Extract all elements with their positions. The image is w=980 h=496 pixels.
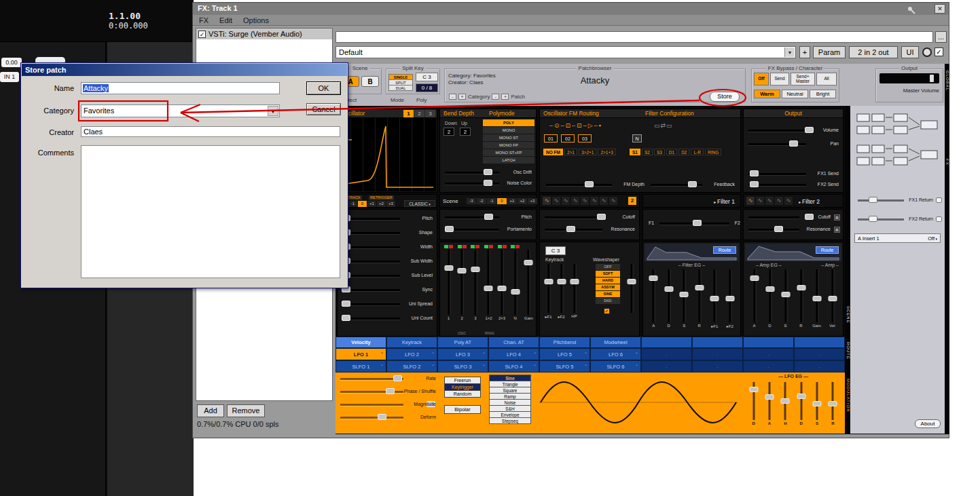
fm-noise-box[interactable]: N bbox=[632, 134, 642, 142]
slider-track[interactable] bbox=[769, 269, 771, 322]
filter2-r-button[interactable]: R bbox=[834, 227, 840, 233]
slider-handle[interactable] bbox=[749, 387, 758, 392]
split-key-value[interactable]: C 3 bbox=[416, 73, 438, 81]
mod-source-cell[interactable]: Poly AT bbox=[437, 337, 488, 348]
vslider[interactable] bbox=[709, 269, 721, 322]
cancel-button[interactable]: Cancel bbox=[306, 103, 341, 115]
eg-slider[interactable]: D bbox=[795, 382, 807, 425]
slider-track[interactable] bbox=[342, 218, 400, 220]
eg-slider[interactable]: D bbox=[764, 269, 776, 328]
vslider[interactable] bbox=[678, 269, 690, 322]
param-slider[interactable]: Uni Spread bbox=[339, 299, 435, 309]
eg-slider[interactable]: A bbox=[763, 382, 775, 425]
param-slider[interactable]: CutoffR bbox=[745, 212, 841, 222]
mixer-channel[interactable]: 2 bbox=[456, 245, 468, 320]
polymode-item[interactable]: MONO ST bbox=[483, 134, 534, 141]
filter-type-icon[interactable]: ∿ bbox=[600, 197, 608, 205]
fm-osc-box[interactable]: 01 bbox=[544, 134, 558, 142]
fx1-mod-button[interactable] bbox=[936, 197, 942, 203]
mod-cell-empty[interactable]: - bbox=[794, 348, 845, 360]
slider-track[interactable] bbox=[668, 269, 670, 322]
mute-solo-leds[interactable] bbox=[444, 245, 453, 248]
master-volume-handle[interactable] bbox=[930, 75, 934, 82]
waveshaper-type-item[interactable]: DIGI bbox=[596, 298, 620, 304]
slfo-source-cell[interactable]: SLFO 1 bbox=[335, 360, 386, 373]
preset-combo[interactable]: Default ▼ bbox=[335, 46, 796, 58]
slider-handle[interactable] bbox=[869, 197, 877, 203]
mute-led[interactable] bbox=[511, 245, 515, 248]
fx2-mod-button[interactable] bbox=[936, 216, 942, 222]
slider-handle[interactable] bbox=[444, 265, 453, 271]
slfo-source-cell[interactable]: SLFO 4 bbox=[488, 360, 539, 373]
fx-insert-type-dropdown[interactable]: Off bbox=[928, 235, 937, 242]
osc-type-dropdown[interactable]: CLASSIC bbox=[404, 200, 435, 207]
slider-handle[interactable] bbox=[750, 181, 759, 187]
menu-item[interactable]: Options bbox=[243, 16, 269, 24]
lfo-source-cell[interactable]: LFO 2 bbox=[386, 348, 437, 360]
filter-config-option[interactable]: L-R bbox=[691, 149, 703, 155]
vslider[interactable] bbox=[780, 269, 791, 322]
add-fx-button[interactable]: Add bbox=[197, 404, 224, 417]
mixer-slider[interactable] bbox=[456, 250, 468, 315]
mod-cell-empty[interactable]: - bbox=[743, 360, 794, 373]
fx-window-titlebar[interactable]: FX: Track 1 ✕ bbox=[193, 3, 949, 15]
slider-handle[interactable] bbox=[484, 214, 493, 220]
fm-osc-box[interactable]: 02 bbox=[561, 134, 575, 142]
slider-track[interactable] bbox=[342, 318, 400, 320]
mute-solo-leds[interactable] bbox=[471, 245, 479, 248]
filter-type-icon[interactable]: ∿ bbox=[543, 197, 551, 205]
param-slider[interactable]: Pitch bbox=[441, 212, 534, 222]
vslider[interactable] bbox=[763, 382, 775, 420]
slider-handle[interactable] bbox=[585, 181, 594, 187]
slider-track[interactable] bbox=[342, 261, 400, 263]
vslider[interactable] bbox=[648, 269, 659, 322]
fm-mode-option[interactable]: NO FM bbox=[543, 149, 563, 155]
slfo-source-cell[interactable]: SLFO 2 bbox=[386, 360, 437, 373]
eg-slider[interactable]: Vel bbox=[827, 269, 838, 328]
waveshaper-drive-slider[interactable] bbox=[625, 264, 637, 313]
filter2-r-button[interactable]: R bbox=[834, 214, 840, 221]
slider-track[interactable] bbox=[800, 382, 802, 420]
vslider[interactable] bbox=[663, 269, 674, 322]
polymode-item[interactable]: LATCH bbox=[483, 157, 534, 164]
solo-led[interactable] bbox=[515, 245, 520, 248]
param-slider[interactable]: FX1 Send bbox=[745, 169, 841, 178]
slider-handle[interactable] bbox=[386, 388, 395, 394]
dialog-titlebar[interactable]: Store patch bbox=[22, 64, 347, 76]
slider-handle[interactable] bbox=[781, 292, 790, 297]
slider-track[interactable] bbox=[748, 216, 799, 218]
param-slider[interactable]: Volume bbox=[745, 126, 841, 135]
slider-track[interactable] bbox=[461, 250, 463, 315]
phase-icon[interactable] bbox=[922, 47, 932, 57]
lfo-source-cell[interactable]: LFO 1 bbox=[335, 348, 386, 360]
eg-slider[interactable]: A bbox=[748, 269, 760, 328]
filter-type-icon[interactable]: ∿ bbox=[756, 197, 764, 205]
polymode-item[interactable]: MONO bbox=[483, 127, 534, 134]
eg-slider[interactable]: H bbox=[780, 382, 791, 425]
name-field[interactable]: Attacky bbox=[81, 82, 280, 94]
slider-track[interactable] bbox=[340, 404, 403, 406]
vslider[interactable] bbox=[811, 382, 822, 420]
param-slider[interactable]: ResonanceR bbox=[745, 225, 841, 234]
menu-item[interactable]: Edit bbox=[219, 16, 232, 24]
ui-button[interactable]: UI bbox=[901, 46, 919, 58]
slider-handle[interactable] bbox=[557, 279, 566, 284]
mod-source-cell[interactable]: Keytrack bbox=[386, 337, 437, 348]
slider-handle[interactable] bbox=[342, 301, 350, 307]
plugin-list-item[interactable]: VSTi: Surge (Vember Audio) bbox=[196, 28, 332, 39]
transport-timecode[interactable]: 1.1.00 0:00.000 bbox=[109, 11, 148, 31]
slider-handle[interactable] bbox=[695, 285, 704, 290]
slider-handle[interactable] bbox=[688, 181, 697, 187]
lfo-trigger-option[interactable]: Random bbox=[444, 390, 481, 398]
keytrack-root-value[interactable]: C 3 bbox=[545, 246, 566, 255]
master-volume-slider[interactable] bbox=[879, 73, 939, 83]
slider-handle[interactable] bbox=[828, 296, 837, 301]
filter-type-icon[interactable]: ∿ bbox=[581, 197, 589, 205]
save-preset-button[interactable]: + bbox=[799, 46, 810, 58]
eg-slider[interactable]: A bbox=[648, 269, 659, 328]
slider-handle[interactable] bbox=[378, 414, 386, 420]
eg-slider[interactable]: D bbox=[663, 269, 674, 328]
mixer-channel[interactable]: N bbox=[509, 245, 521, 320]
track-volume-badge[interactable]: 0.00 bbox=[1, 58, 22, 67]
lfo-source-cell[interactable]: LFO 4 bbox=[488, 348, 539, 360]
